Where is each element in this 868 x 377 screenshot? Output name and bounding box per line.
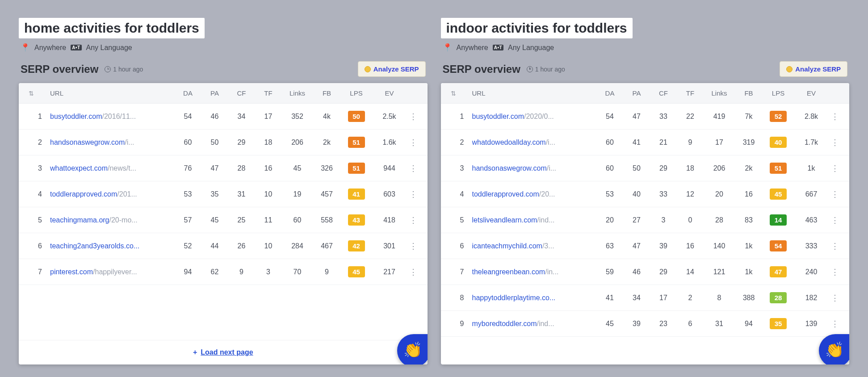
col-header-cf[interactable]: CF xyxy=(228,89,255,97)
shuffle-icon[interactable]: ⇅ xyxy=(447,90,460,97)
cell-url[interactable]: handsonaswegrow.com/i... xyxy=(50,138,175,147)
table-header-row: ⇅URLDAPACFTFLinksFBLPSEV xyxy=(19,83,428,104)
col-header-cf[interactable]: CF xyxy=(650,89,677,97)
url-domain[interactable]: handsonaswegrow.com xyxy=(472,164,547,172)
cell-rank: 9 xyxy=(460,320,472,328)
col-header-url[interactable]: URL xyxy=(50,89,175,97)
col-header-tf[interactable]: TF xyxy=(255,89,282,97)
col-header-lps[interactable]: LPS xyxy=(341,89,372,97)
row-menu-icon[interactable]: ⋮ xyxy=(407,164,419,172)
row-menu-icon[interactable]: ⋮ xyxy=(407,113,419,121)
cell-url[interactable]: icanteachmychild.com/3... xyxy=(472,242,597,250)
cell-url[interactable]: pinterest.com/happilyever... xyxy=(50,268,175,276)
feedback-fab-button[interactable]: 👏 xyxy=(819,334,849,364)
col-header-url[interactable]: URL xyxy=(472,89,597,97)
cell-pa: 47 xyxy=(623,242,650,250)
cell-url[interactable]: happytoddlerplaytime.co... xyxy=(472,294,597,302)
col-header-da[interactable]: DA xyxy=(175,89,201,97)
feedback-fab-button[interactable]: 👏 xyxy=(397,334,428,364)
row-menu-icon[interactable]: ⋮ xyxy=(407,138,419,147)
row-menu-icon[interactable]: ⋮ xyxy=(829,190,841,198)
url-domain[interactable]: busytoddler.com xyxy=(472,113,524,120)
row-menu-icon[interactable]: ⋮ xyxy=(829,242,841,250)
url-domain[interactable]: whatdowedoallday.com xyxy=(472,138,546,146)
url-domain[interactable]: handsonaswegrow.com xyxy=(50,138,125,146)
cell-url[interactable]: letsliveandlearn.com/ind... xyxy=(472,216,597,224)
cell-pa: 62 xyxy=(201,268,228,276)
col-header-links[interactable]: Links xyxy=(704,89,735,97)
cell-tf: 12 xyxy=(677,190,704,198)
row-menu-icon[interactable]: ⋮ xyxy=(829,138,841,147)
url-domain[interactable]: happytoddlerplaytime.co... xyxy=(472,294,556,302)
cell-url[interactable]: toddlerapproved.com/201... xyxy=(50,190,175,198)
url-domain[interactable]: pinterest.com xyxy=(50,268,93,276)
url-domain[interactable]: letsliveandlearn.com xyxy=(472,216,537,224)
cell-fb: 4k xyxy=(313,113,341,121)
lps-badge: 45 xyxy=(770,188,787,200)
cell-url[interactable]: teachingmama.org/20-mo... xyxy=(50,216,175,224)
row-menu-icon[interactable]: ⋮ xyxy=(407,190,419,198)
load-next-page-button[interactable]: +Load next page xyxy=(19,340,428,364)
table-row: 6icanteachmychild.com/3...634739161401k5… xyxy=(441,233,850,259)
col-header-lps[interactable]: LPS xyxy=(763,89,794,97)
col-header-ev[interactable]: EV xyxy=(794,89,829,97)
cell-da: 59 xyxy=(596,268,623,276)
cell-url[interactable]: handsonaswegrow.com/i... xyxy=(472,164,597,172)
row-menu-icon[interactable]: ⋮ xyxy=(829,216,841,224)
url-domain[interactable]: toddlerapproved.com xyxy=(50,190,117,198)
cell-da: 52 xyxy=(175,242,201,250)
cell-rank: 4 xyxy=(38,190,50,198)
url-domain[interactable]: busytoddler.com xyxy=(50,113,102,120)
cell-lps: 51 xyxy=(341,163,372,174)
url-domain[interactable]: teachingmama.org xyxy=(50,216,109,224)
row-menu-icon[interactable]: ⋮ xyxy=(829,294,841,302)
col-header-da[interactable]: DA xyxy=(596,89,623,97)
cell-cf: 17 xyxy=(650,294,677,302)
cell-pa: 39 xyxy=(623,320,650,328)
url-path: /20... xyxy=(539,190,555,198)
col-header-pa[interactable]: PA xyxy=(623,89,650,97)
url-domain[interactable]: myboredtoddler.com xyxy=(472,320,537,327)
lps-badge: 14 xyxy=(770,214,787,226)
url-domain[interactable]: whattoexpect.com xyxy=(50,164,108,172)
clap-icon: 👏 xyxy=(403,341,422,359)
table-row: 1busytoddler.com/2020/0...544733224197k5… xyxy=(441,104,850,130)
analyze-serp-button[interactable]: Analyze SERP xyxy=(358,61,426,77)
table-row: 3whattoexpect.com/news/t...7647281645326… xyxy=(19,155,428,181)
col-header-links[interactable]: Links xyxy=(282,89,313,97)
cell-url[interactable]: busytoddler.com/2016/11... xyxy=(50,113,175,121)
row-menu-icon[interactable]: ⋮ xyxy=(829,113,841,121)
cell-cf: 33 xyxy=(650,190,677,198)
url-domain[interactable]: icanteachmychild.com xyxy=(472,242,542,250)
row-menu-icon[interactable]: ⋮ xyxy=(829,320,841,328)
cell-url[interactable]: theleangreenbean.com/in... xyxy=(472,268,597,276)
col-header-fb[interactable]: FB xyxy=(735,89,763,97)
row-menu-icon[interactable]: ⋮ xyxy=(407,216,419,224)
serp-overview-title: SERP overview xyxy=(21,63,98,75)
url-domain[interactable]: theleangreenbean.com xyxy=(472,268,545,276)
col-header-tf[interactable]: TF xyxy=(677,89,704,97)
cell-cf: 39 xyxy=(650,242,677,250)
cell-url[interactable]: busytoddler.com/2020/0... xyxy=(472,113,597,121)
analyze-serp-button[interactable]: Analyze SERP xyxy=(780,61,847,77)
row-menu-icon[interactable]: ⋮ xyxy=(829,164,841,172)
row-menu-icon[interactable]: ⋮ xyxy=(407,242,419,250)
cell-url[interactable]: whattoexpect.com/news/t... xyxy=(50,164,175,172)
col-header-pa[interactable]: PA xyxy=(201,89,228,97)
cell-url[interactable]: teaching2and3yearolds.co... xyxy=(50,242,175,250)
url-domain[interactable]: teaching2and3yearolds.co... xyxy=(50,242,139,250)
url-domain[interactable]: toddlerapproved.com xyxy=(472,190,539,198)
cell-fb: 558 xyxy=(313,216,341,224)
col-header-ev[interactable]: EV xyxy=(372,89,407,97)
cell-pa: 46 xyxy=(201,113,228,121)
cell-tf: 3 xyxy=(255,268,282,276)
cell-url[interactable]: whatdowedoallday.com/i... xyxy=(472,138,597,147)
cell-url[interactable]: toddlerapproved.com/20... xyxy=(472,190,597,198)
col-header-fb[interactable]: FB xyxy=(313,89,341,97)
shuffle-icon[interactable]: ⇅ xyxy=(25,90,38,97)
row-menu-icon[interactable]: ⋮ xyxy=(407,268,419,276)
cell-ev: 1.7k xyxy=(794,138,829,147)
cell-url[interactable]: myboredtoddler.com/ind... xyxy=(472,320,597,328)
analyze-serp-label: Analyze SERP xyxy=(795,65,841,73)
row-menu-icon[interactable]: ⋮ xyxy=(829,268,841,276)
